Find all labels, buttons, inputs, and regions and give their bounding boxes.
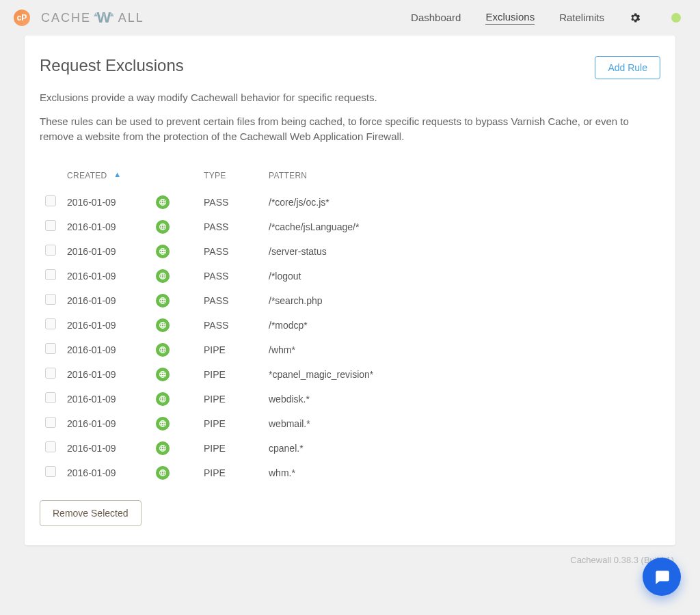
table-row: 2016-01-09PIPEwebdisk.*: [40, 387, 660, 411]
cell-pattern: /*search.php: [263, 288, 660, 313]
row-checkbox[interactable]: [45, 220, 56, 231]
globe-icon: [156, 318, 170, 332]
cell-created: 2016-01-09: [62, 264, 150, 288]
cell-pattern: /*cache/jsLanguage/*: [263, 215, 660, 239]
col-header-created-label: CREATED: [67, 171, 107, 180]
row-checkbox[interactable]: [45, 245, 56, 256]
cell-type: PIPE: [198, 362, 263, 387]
cell-type: PASS: [198, 239, 263, 264]
nav-exclusions[interactable]: Exclusions: [485, 11, 535, 25]
footer-version: Cachewall 0.38.3 (Build 1): [0, 545, 700, 575]
cell-type: PIPE: [198, 411, 263, 436]
cell-type: PIPE: [198, 387, 263, 411]
col-header-created[interactable]: CREATED ▲: [62, 164, 150, 190]
row-checkbox[interactable]: [45, 417, 56, 428]
cell-pattern: /*core/js/oc.js*: [263, 190, 660, 215]
cpanel-logo-icon: cP: [14, 10, 30, 26]
table-row: 2016-01-09PIPEcpanel.*: [40, 436, 660, 461]
globe-icon: [156, 343, 170, 357]
cell-created: 2016-01-09: [62, 288, 150, 313]
globe-icon: [156, 294, 170, 308]
chat-launcher-button[interactable]: [643, 558, 681, 596]
globe-icon: [156, 195, 170, 209]
table-row: 2016-01-09PASS/*cache/jsLanguage/*: [40, 215, 660, 239]
globe-icon: [156, 269, 170, 283]
status-indicator-icon: [671, 13, 681, 23]
globe-icon: [156, 368, 170, 381]
globe-icon: [156, 417, 170, 430]
remove-selected-button[interactable]: Remove Selected: [40, 500, 142, 526]
globe-icon: [156, 392, 170, 406]
cell-pattern: webdisk.*: [263, 387, 660, 411]
cell-created: 2016-01-09: [62, 387, 150, 411]
cell-created: 2016-01-09: [62, 362, 150, 387]
cell-pattern: /server-status: [263, 239, 660, 264]
cell-pattern: /*logout: [263, 264, 660, 288]
top-bar: cP CACHE▲▲▲WALL Dashboard Exclusions Rat…: [0, 0, 700, 36]
cell-type: PASS: [198, 288, 263, 313]
table-row: 2016-01-09PASS/*core/js/oc.js*: [40, 190, 660, 215]
row-checkbox[interactable]: [45, 441, 56, 452]
table-row: 2016-01-09PIPEwhm.*: [40, 461, 660, 485]
row-checkbox[interactable]: [45, 294, 56, 305]
table-row: 2016-01-09PIPEwebmail.*: [40, 411, 660, 436]
globe-icon: [156, 466, 170, 480]
cell-pattern: cpanel.*: [263, 436, 660, 461]
cell-type: PASS: [198, 313, 263, 338]
globe-icon: [156, 245, 170, 258]
row-checkbox[interactable]: [45, 269, 56, 280]
col-header-type[interactable]: TYPE: [198, 164, 263, 190]
row-checkbox[interactable]: [45, 368, 56, 379]
chat-icon: [653, 568, 671, 586]
add-rule-button[interactable]: Add Rule: [595, 56, 660, 79]
row-checkbox[interactable]: [45, 318, 56, 329]
cell-type: PIPE: [198, 436, 263, 461]
page-title: Request Exclusions: [40, 56, 184, 75]
row-checkbox[interactable]: [45, 466, 56, 477]
cell-type: PIPE: [198, 461, 263, 485]
cell-type: PIPE: [198, 338, 263, 362]
main-nav: Dashboard Exclusions Ratelimits: [411, 11, 681, 25]
cell-created: 2016-01-09: [62, 436, 150, 461]
table-row: 2016-01-09PIPE*cpanel_magic_revision*: [40, 362, 660, 387]
sort-asc-icon: ▲: [113, 170, 121, 178]
cell-type: PASS: [198, 215, 263, 239]
nav-ratelimits[interactable]: Ratelimits: [559, 12, 604, 25]
cell-created: 2016-01-09: [62, 239, 150, 264]
cell-pattern: /whm*: [263, 338, 660, 362]
cachewall-logo: CACHE▲▲▲WALL: [41, 11, 144, 25]
globe-icon: [156, 220, 170, 234]
table-row: 2016-01-09PASS/server-status: [40, 239, 660, 264]
cell-type: PASS: [198, 190, 263, 215]
table-row: 2016-01-09PASS/*modcp*: [40, 313, 660, 338]
table-row: 2016-01-09PIPE/whm*: [40, 338, 660, 362]
nav-dashboard[interactable]: Dashboard: [411, 12, 461, 25]
intro-text-1: Exclusions provide a way modify Cachewal…: [40, 90, 660, 106]
settings-gear-icon[interactable]: [629, 12, 641, 24]
cell-created: 2016-01-09: [62, 313, 150, 338]
exclusions-table: CREATED ▲ TYPE PATTERN 2016-01-09PASS/*c…: [40, 164, 660, 485]
cell-pattern: whm.*: [263, 461, 660, 485]
cell-created: 2016-01-09: [62, 411, 150, 436]
row-checkbox[interactable]: [45, 343, 56, 354]
cell-pattern: webmail.*: [263, 411, 660, 436]
globe-icon: [156, 441, 170, 455]
cell-created: 2016-01-09: [62, 338, 150, 362]
cell-created: 2016-01-09: [62, 190, 150, 215]
cell-type: PASS: [198, 264, 263, 288]
exclusions-panel: Request Exclusions Add Rule Exclusions p…: [25, 36, 675, 545]
table-row: 2016-01-09PASS/*logout: [40, 264, 660, 288]
row-checkbox[interactable]: [45, 195, 56, 206]
row-checkbox[interactable]: [45, 392, 56, 403]
cell-created: 2016-01-09: [62, 461, 150, 485]
cell-pattern: *cpanel_magic_revision*: [263, 362, 660, 387]
cell-created: 2016-01-09: [62, 215, 150, 239]
col-header-pattern[interactable]: PATTERN: [263, 164, 660, 190]
table-row: 2016-01-09PASS/*search.php: [40, 288, 660, 313]
intro-text-2: These rules can be used to prevent certa…: [40, 114, 660, 145]
cell-pattern: /*modcp*: [263, 313, 660, 338]
